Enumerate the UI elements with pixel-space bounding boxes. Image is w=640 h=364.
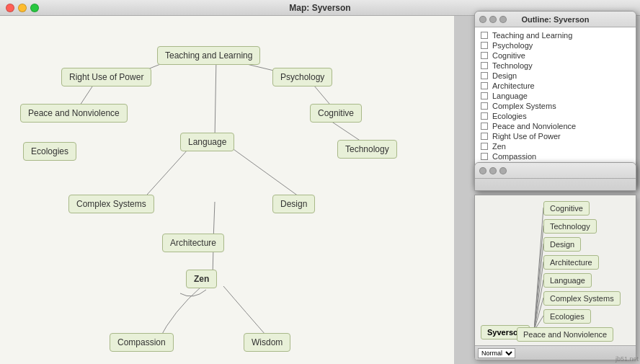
node-technology[interactable]: Technology: [337, 140, 397, 159]
zoom-button[interactable]: [30, 4, 39, 12]
outline-item[interactable]: Architecture: [475, 81, 636, 91]
node-complex[interactable]: Complex Systems: [68, 195, 154, 213]
outline-checkbox[interactable]: [481, 42, 488, 49]
svg-line-10: [534, 208, 543, 331]
outline-item-label: Design: [492, 71, 517, 80]
svg-line-13: [534, 262, 543, 331]
outline-item[interactable]: Language: [475, 91, 636, 101]
outline-checkbox[interactable]: [481, 133, 488, 140]
sp-zoom[interactable]: [499, 167, 507, 174]
node-teaching[interactable]: Teaching and Learning: [157, 46, 260, 65]
outline-checkbox[interactable]: [481, 32, 488, 39]
outline-item[interactable]: Cognitive: [475, 50, 636, 61]
outline-item-label: Teaching and Learning: [492, 31, 572, 40]
node-ecologies[interactable]: Ecologies: [23, 142, 76, 161]
second-panel-traffic: [479, 167, 507, 174]
third-panel-bottom: Normal: [475, 345, 636, 360]
outline-item-label: Zen: [492, 142, 506, 151]
outline-item[interactable]: Psychology: [475, 40, 636, 50]
rp-architecture[interactable]: Architecture: [543, 255, 599, 270]
outline-close[interactable]: [479, 16, 486, 23]
node-architecture[interactable]: Architecture: [162, 234, 224, 252]
outline-item[interactable]: Complex Systems: [475, 101, 636, 111]
outline-title: Outline: Syverson: [521, 15, 589, 24]
outline-item[interactable]: Compassion: [475, 151, 636, 161]
node-compassion[interactable]: Compassion: [110, 333, 174, 352]
rp-language[interactable]: Language: [543, 273, 592, 288]
outline-title-bar: Outline: Syverson: [475, 12, 636, 27]
outline-checkbox[interactable]: [481, 82, 488, 89]
svg-line-12: [534, 244, 543, 331]
node-cognitive[interactable]: Cognitive: [310, 104, 362, 123]
node-right-use[interactable]: Right Use of Power: [61, 68, 151, 86]
outline-item-label: Language: [492, 92, 528, 100]
outline-item[interactable]: Zen: [475, 141, 636, 151]
node-wisdom[interactable]: Wisdom: [244, 333, 290, 352]
outline-checkbox[interactable]: [481, 102, 488, 110]
outline-item-label: Psychology: [492, 41, 533, 50]
outline-item-label: Technology: [492, 61, 533, 70]
outline-item[interactable]: Design: [475, 71, 636, 81]
rp-peace[interactable]: Peace and Nonviolence: [517, 327, 613, 342]
outline-checkbox[interactable]: [481, 92, 488, 99]
outline-list[interactable]: Teaching and LearningPsychologyCognitive…: [475, 27, 636, 172]
window-title: Map: Syverson: [289, 3, 350, 13]
second-panel: [474, 162, 636, 191]
outline-item-label: Right Use of Power: [492, 132, 561, 141]
outline-checkbox[interactable]: [481, 62, 488, 69]
node-psychology[interactable]: Psychology: [272, 68, 332, 86]
outline-item-label: Cognitive: [492, 51, 525, 60]
watermark: jb51.net: [615, 355, 639, 363]
canvas-area: Teaching and Learning Psychology Right U…: [0, 16, 454, 364]
outline-zoom[interactable]: [499, 16, 507, 23]
right-panel-zoom[interactable]: Normal: [478, 348, 515, 358]
outline-checkbox[interactable]: [481, 112, 488, 120]
sp-close[interactable]: [479, 167, 486, 174]
outline-item[interactable]: Peace and Nonviolence: [475, 121, 636, 131]
traffic-lights: [6, 4, 39, 12]
outline-item-label: Compassion: [492, 152, 536, 161]
svg-line-11: [534, 226, 543, 331]
outline-item-label: Complex Systems: [492, 102, 556, 110]
outline-item-label: Architecture: [492, 81, 535, 90]
third-panel: Syverson Cognitive Technology Design Arc…: [474, 195, 636, 360]
rp-complex[interactable]: Complex Systems: [543, 291, 621, 306]
outline-checkbox[interactable]: [481, 143, 488, 150]
outline-item[interactable]: Technology: [475, 61, 636, 71]
rp-technology[interactable]: Technology: [543, 219, 597, 234]
rp-cognitive[interactable]: Cognitive: [543, 201, 590, 216]
svg-line-4: [215, 58, 216, 138]
svg-line-14: [534, 280, 543, 331]
sp-minimize[interactable]: [489, 167, 497, 174]
outline-item[interactable]: Ecologies: [475, 111, 636, 121]
outline-minimize[interactable]: [489, 16, 497, 23]
outline-checkbox[interactable]: [481, 123, 488, 130]
node-design[interactable]: Design: [272, 195, 315, 213]
close-button[interactable]: [6, 4, 14, 12]
outline-item-label: Ecologies: [492, 112, 527, 120]
outline-checkbox[interactable]: [481, 153, 488, 160]
outline-item[interactable]: Teaching and Learning: [475, 30, 636, 40]
node-zen[interactable]: Zen: [186, 270, 217, 288]
second-panel-title-bar: [475, 163, 636, 179]
outline-item[interactable]: Right Use of Power: [475, 131, 636, 141]
outline-item-label: Peace and Nonviolence: [492, 122, 576, 130]
rp-ecologies[interactable]: Ecologies: [543, 309, 591, 324]
node-language[interactable]: Language: [180, 133, 234, 151]
outline-checkbox[interactable]: [481, 52, 488, 59]
outline-checkbox[interactable]: [481, 72, 488, 79]
node-peace[interactable]: Peace and Nonviolence: [20, 104, 128, 123]
svg-line-7: [223, 142, 306, 202]
rp-design[interactable]: Design: [543, 237, 581, 252]
outline-traffic-lights: [479, 16, 507, 23]
outline-panel: Outline: Syverson Teaching and LearningP…: [474, 11, 636, 187]
minimize-button[interactable]: [18, 4, 27, 12]
